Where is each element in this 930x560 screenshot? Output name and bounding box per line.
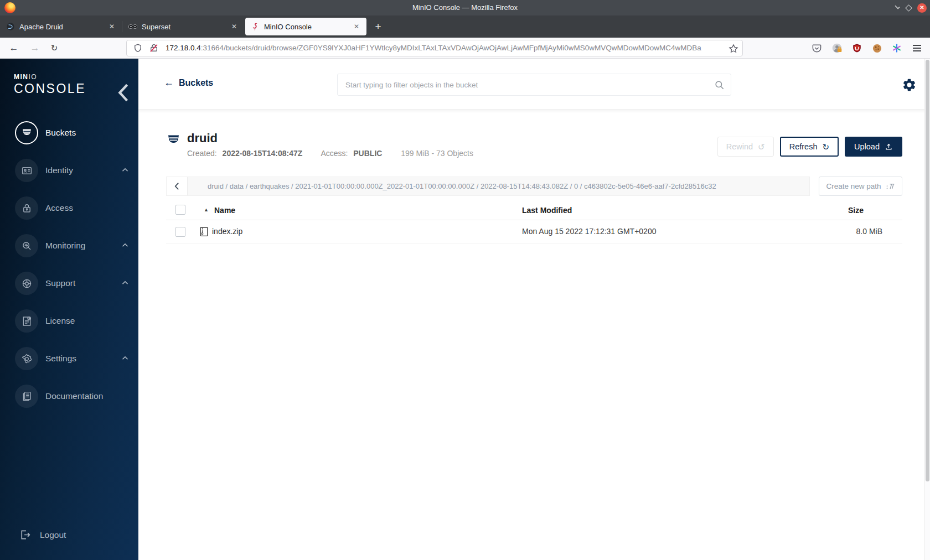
rewind-icon: ↺	[758, 143, 765, 151]
menu-hamburger-icon[interactable]	[909, 40, 924, 56]
sidebar-item-label: Support	[45, 265, 75, 302]
object-last-modified: Mon Aug 15 2022 17:12:31 GMT+0200	[522, 227, 656, 236]
gear-icon	[15, 347, 38, 370]
window-controls: ✕	[895, 0, 927, 15]
created-label: Created:	[187, 149, 217, 158]
back-arrow-icon: ←	[164, 77, 174, 89]
new-tab-button[interactable]: +	[370, 19, 386, 34]
tab-label: Superset	[142, 23, 224, 31]
sidebar-item-identity[interactable]: Identity	[0, 152, 138, 189]
object-size: 8.0 MiB	[856, 227, 882, 236]
column-header-last-modified: Last Modified	[522, 206, 572, 215]
refresh-button[interactable]: Refresh ↻	[780, 137, 839, 157]
url-bar[interactable]: 172.18.0.4:31664/buckets/druid/browse/ZG…	[126, 40, 743, 56]
minio-console-logo: MINIO CONSOLE	[14, 73, 86, 96]
settings-gear-icon[interactable]	[902, 77, 917, 92]
bookmark-star-icon[interactable]	[728, 43, 739, 54]
column-header-name[interactable]: Name	[214, 206, 235, 215]
bucket-icon	[166, 133, 181, 148]
sidebar-item-label: Buckets	[45, 114, 76, 152]
url-text[interactable]: 172.18.0.4:31664/buckets/druid/browse/ZG…	[166, 40, 742, 56]
sort-ascending-icon: ▲	[204, 207, 209, 212]
bucket-usage: 199 MiB - 73 Objects	[401, 149, 473, 158]
identity-card-icon	[15, 159, 38, 182]
objects-table: ▲ Name Last Modified Size index.zip Mon …	[166, 202, 902, 243]
sidebar-item-documentation[interactable]: Documentation	[0, 377, 138, 415]
sidebar-item-label: Monitoring	[45, 227, 85, 265]
filter-objects-input[interactable]	[337, 74, 731, 96]
sidebar-menu: Buckets Identity Access Monitoring	[0, 114, 138, 415]
breadcrumb-path[interactable]: druid / data / earthquakes / 2021-01-01T…	[188, 177, 809, 195]
forward-button[interactable]: →	[27, 40, 43, 56]
sidebar-item-logout[interactable]: Logout	[0, 518, 138, 552]
row-checkbox[interactable]	[175, 227, 185, 237]
app-header: ← Buckets	[138, 59, 930, 110]
profile-icon[interactable]	[829, 40, 845, 56]
rewind-button[interactable]: Rewind ↺	[717, 137, 774, 157]
bucket-actions: Rewind ↺ Refresh ↻ Upload	[717, 137, 902, 157]
sidebar-item-label: Access	[45, 189, 73, 227]
bucket-meta: Created: 2022-08-15T14:08:47Z Access: PU…	[187, 149, 473, 158]
chevron-up-icon[interactable]	[122, 168, 128, 173]
back-to-buckets-link[interactable]: ← Buckets	[164, 77, 213, 89]
select-all-checkbox[interactable]	[175, 205, 185, 215]
zip-file-icon	[200, 226, 208, 237]
create-new-path-button[interactable]: Create new path	[819, 177, 902, 196]
tab-superset[interactable]: Superset ✕	[123, 18, 244, 35]
sidebar-item-buckets[interactable]: Buckets	[0, 114, 138, 152]
sidebar-item-support[interactable]: Support	[0, 265, 138, 302]
sidebar-item-access[interactable]: Access	[0, 189, 138, 227]
table-header-row: ▲ Name Last Modified Size	[166, 202, 902, 220]
license-doc-icon	[15, 309, 38, 333]
refresh-icon: ↻	[822, 143, 829, 151]
create-path-icon	[886, 183, 895, 190]
logout-icon	[19, 528, 32, 542]
tab-close-icon[interactable]: ✕	[229, 21, 240, 32]
tab-minio-console[interactable]: MinIO Console ✕	[245, 18, 366, 35]
sidebar-item-label: Settings	[45, 340, 76, 377]
column-header-size: Size	[848, 206, 864, 215]
minio-flamingo-favicon	[251, 22, 260, 31]
breadcrumb-back-button[interactable]	[167, 177, 188, 195]
window-close-button[interactable]: ✕	[917, 3, 927, 13]
tab-apache-druid[interactable]: Apache Druid ✕	[1, 18, 122, 35]
ublock-origin-icon[interactable]	[849, 40, 865, 56]
chevron-up-icon[interactable]	[122, 281, 128, 286]
tab-label: Apache Druid	[19, 23, 102, 31]
scrollbar-thumb[interactable]	[926, 60, 929, 481]
reload-button[interactable]: ↻	[46, 40, 63, 56]
back-button[interactable]: ←	[6, 40, 22, 56]
cookie-icon[interactable]	[869, 40, 885, 56]
minio-sidebar: MINIO CONSOLE Buckets Identity	[0, 59, 138, 560]
pocket-icon[interactable]	[809, 40, 824, 56]
bucket-name: druid	[187, 131, 218, 146]
tracking-shield-icon[interactable]	[133, 43, 143, 53]
logout-label: Logout	[40, 518, 66, 552]
sidebar-item-monitoring[interactable]: Monitoring	[0, 227, 138, 265]
chevron-up-icon[interactable]	[122, 243, 128, 248]
tab-close-icon[interactable]: ✕	[106, 21, 117, 32]
upload-button[interactable]: Upload	[845, 137, 902, 157]
window-minimize-icon[interactable]	[895, 4, 900, 9]
back-label: Buckets	[179, 78, 213, 88]
search-icon	[714, 80, 725, 90]
url-host: 172.18.0.4	[166, 44, 201, 52]
page-content: MINIO CONSOLE Buckets Identity	[0, 59, 930, 560]
breadcrumb-bar: druid / data / earthquakes / 2021-01-01T…	[166, 177, 810, 196]
sidebar-item-settings[interactable]: Settings	[0, 340, 138, 377]
table-row[interactable]: index.zip Mon Aug 15 2022 17:12:31 GMT+0…	[166, 220, 902, 243]
bucket-icon	[15, 121, 38, 144]
access-value[interactable]: PUBLIC	[353, 149, 382, 158]
chevron-up-icon[interactable]	[122, 356, 128, 361]
sidebar-item-label: License	[45, 302, 75, 340]
access-label: Access:	[321, 149, 348, 158]
sidebar-collapse-icon[interactable]	[117, 83, 130, 95]
tab-close-icon[interactable]: ✕	[351, 21, 362, 32]
insecure-lock-icon[interactable]	[149, 43, 159, 53]
window-maximize-icon[interactable]	[905, 4, 912, 12]
created-value: 2022-08-15T14:08:47Z	[223, 149, 303, 158]
object-name[interactable]: index.zip	[212, 227, 242, 236]
extension-asterisk-icon[interactable]	[889, 40, 905, 56]
page-scrollbar[interactable]	[924, 59, 930, 560]
sidebar-item-license[interactable]: License	[0, 302, 138, 340]
